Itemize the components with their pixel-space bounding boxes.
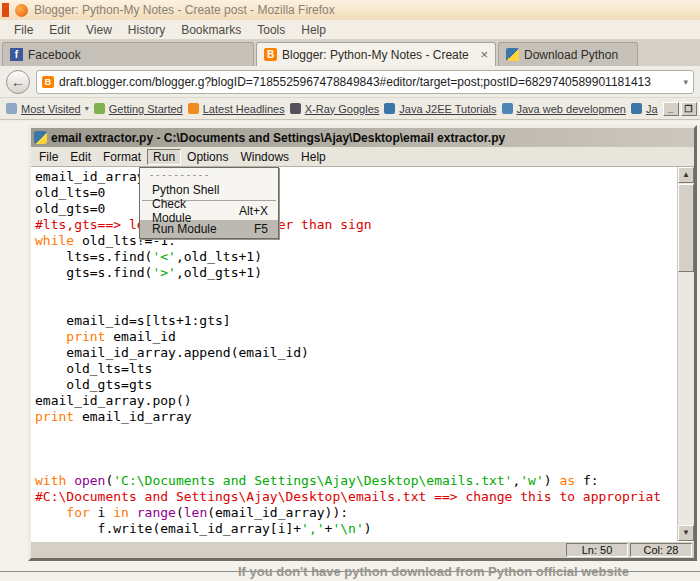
idle-menu-file[interactable]: File: [33, 149, 64, 165]
code-line: f.write(email_id_array[i]+','+'\n'): [35, 521, 677, 537]
scroll-down-button[interactable]: ▼: [678, 525, 694, 541]
code-line: #C:\Documents and Settings\Ajay\Desktop\…: [35, 489, 677, 505]
menu-item-label: Check Module: [152, 197, 227, 225]
firefox-menu-edit[interactable]: Edit: [41, 23, 78, 37]
menu-item-label: Python Shell: [152, 183, 219, 197]
firefox-app-icon[interactable]: [2, 3, 9, 17]
maximize-button[interactable]: ❐: [681, 102, 697, 116]
firefox-logo-icon: [15, 4, 28, 17]
status-col-indicator: Col: 28: [630, 543, 692, 557]
idle-menu-edit[interactable]: Edit: [64, 149, 97, 165]
python-idle-icon: [34, 131, 47, 144]
bookmark-getting-started[interactable]: Getting Started: [94, 103, 183, 115]
firefox-menu-view[interactable]: View: [78, 23, 120, 37]
url-dropdown-icon[interactable]: ▾: [683, 77, 688, 87]
idle-menu-options[interactable]: Options: [181, 149, 234, 165]
tab-label: Facebook: [28, 48, 81, 62]
page-text: If you don't have python download from P…: [238, 564, 629, 579]
xray-goggles-icon: [290, 103, 301, 114]
menu-item-label: Run Module: [152, 222, 217, 236]
screen: Blogger: Python-My Notes - Create post -…: [0, 0, 700, 581]
idle-menu-run[interactable]: Run: [147, 149, 181, 165]
firefox-menu-history[interactable]: History: [120, 23, 173, 37]
idle-window: email extractor.py - C:\Documents and Se…: [28, 125, 697, 561]
firefox-window-title: Blogger: Python-My Notes - Create post -…: [34, 3, 335, 17]
code-line: old_lts=lts: [35, 361, 677, 377]
code-line: #lts,gts==> less than and greater than s…: [35, 217, 677, 233]
scrollbar-thumb[interactable]: [678, 184, 694, 272]
code-line: lts=s.find('<',old_lts+1): [35, 249, 677, 265]
url-text[interactable]: draft.blogger.com/blogger.g?blogID=71855…: [59, 75, 678, 89]
code-line: print email_id: [35, 329, 677, 345]
code-editor[interactable]: email_id_array=[]old_lts=0old_gts=0#lts,…: [31, 167, 694, 541]
firefox-navbar: ← B draft.blogger.com/blogger.g?blogID=7…: [0, 66, 700, 98]
idle-menubar: File Edit Format Run Options Windows Hel…: [31, 147, 694, 167]
python-favicon-icon: [506, 48, 519, 61]
bookmark-xray-goggles[interactable]: X-Ray Goggles: [290, 103, 380, 115]
firefox-menu-file[interactable]: File: [6, 23, 41, 37]
code-line: [35, 441, 677, 457]
firefox-menu-tools[interactable]: Tools: [249, 23, 293, 37]
facebook-icon: f: [10, 48, 23, 61]
bookmark-java-web-development[interactable]: Java web developmen: [502, 103, 626, 115]
menu-tearoff-handle[interactable]: - - - - - - - - - -: [140, 168, 278, 181]
bookmark-icon: [631, 103, 642, 114]
tab-facebook[interactable]: f Facebook: [2, 42, 254, 66]
minimize-button[interactable]: _: [663, 102, 679, 116]
code-line: [35, 281, 677, 297]
code-line: old_gts=0: [35, 201, 677, 217]
status-line-indicator: Ln: 50: [566, 543, 628, 557]
code-line: for i in range(len(email_id_array)):: [35, 505, 677, 521]
tab-download-python[interactable]: Download Python: [498, 42, 638, 66]
window-controls: _ ❐ ✕: [663, 102, 700, 116]
menu-shortcut: Alt+X: [239, 204, 268, 218]
bookmarks-toolbar: Most Visited ▾ Getting Started Latest He…: [0, 98, 700, 120]
rss-feed-icon: [188, 103, 199, 114]
idle-menu-format[interactable]: Format: [97, 149, 147, 165]
blogger-icon: B: [264, 48, 277, 61]
most-visited-icon: [6, 103, 17, 114]
tab-label: Download Python: [524, 48, 618, 62]
menu-item-run-module[interactable]: Run Module F5: [140, 220, 278, 238]
dropdown-arrow-icon: ▾: [85, 104, 89, 113]
scroll-up-button[interactable]: ▲: [678, 167, 694, 183]
code-line: email_id=s[lts+1:gts]: [35, 313, 677, 329]
getting-started-icon: [94, 103, 105, 114]
code-line: email_id_array=[]: [35, 169, 677, 185]
back-button[interactable]: ←: [6, 70, 30, 94]
idle-menu-help[interactable]: Help: [295, 149, 332, 165]
run-dropdown-menu: - - - - - - - - - - Python Shell Check M…: [139, 167, 279, 239]
firefox-menu-help[interactable]: Help: [293, 23, 334, 37]
code-line: email_id_array.append(email_id): [35, 345, 677, 361]
tab-label: Blogger: Python-My Notes - Create post: [282, 48, 471, 62]
code-line: while old_lts!=-1:: [35, 233, 677, 249]
code-line: gts=s.find('>',old_gts+1): [35, 265, 677, 281]
idle-statusbar: Ln: 50 Col: 28: [31, 541, 694, 558]
tab-blogger-create-post[interactable]: B Blogger: Python-My Notes - Create post…: [256, 42, 496, 66]
code-line: old_lts=0: [35, 185, 677, 201]
firefox-tabbar: f Facebook B Blogger: Python-My Notes - …: [0, 40, 700, 66]
bookmark-most-visited[interactable]: Most Visited ▾: [6, 103, 89, 115]
url-bar[interactable]: B draft.blogger.com/blogger.g?blogID=718…: [36, 70, 694, 94]
menu-item-check-module[interactable]: Check Module Alt+X: [140, 202, 278, 220]
firefox-menu-bookmarks[interactable]: Bookmarks: [173, 23, 249, 37]
code-line: print email_id_array: [35, 409, 677, 425]
code-area[interactable]: email_id_array=[]old_lts=0old_gts=0#lts,…: [35, 169, 677, 537]
java-web-icon: [502, 103, 513, 114]
firefox-menubar: File Edit View History Bookmarks Tools H…: [0, 20, 700, 40]
bookmark-java-j2ee-tutorials[interactable]: Java J2EE Tutorials: [384, 103, 496, 115]
bookmark-latest-headlines[interactable]: Latest Headlines: [188, 103, 285, 115]
bookmark-truncated[interactable]: Ja: [631, 103, 658, 115]
code-line: [35, 297, 677, 313]
tab-close-icon[interactable]: ×: [476, 48, 488, 61]
idle-titlebar[interactable]: email extractor.py - C:\Documents and Se…: [31, 128, 694, 147]
idle-window-title: email extractor.py - C:\Documents and Se…: [51, 131, 505, 145]
vertical-scrollbar[interactable]: ▲ ▼: [677, 167, 694, 541]
code-line: old_gts=gts: [35, 377, 677, 393]
site-favicon-icon: B: [42, 76, 54, 88]
firefox-titlebar: Blogger: Python-My Notes - Create post -…: [0, 0, 700, 20]
code-line: [35, 457, 677, 473]
code-line: [35, 425, 677, 441]
java-tutorials-icon: [384, 103, 395, 114]
idle-menu-windows[interactable]: Windows: [234, 149, 295, 165]
